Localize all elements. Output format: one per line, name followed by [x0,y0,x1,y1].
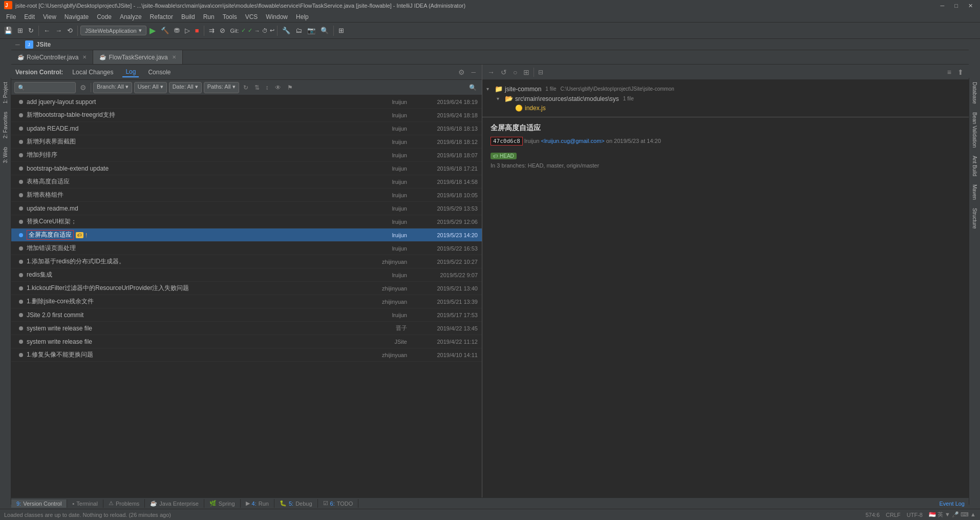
toolbar-vcs-btn[interactable]: 🗂 [293,26,304,35]
paths-filter[interactable]: Paths: All ▾ [204,82,239,93]
toolbar-stop-btn[interactable]: ■ [193,26,201,35]
sidebar-item-project[interactable]: 1: Project [2,78,9,108]
commit-row[interactable]: 新增bootstrap-table-treegrid支持lruijun2019/… [11,109,482,122]
bottom-tab-debug[interactable]: 🐛 5: Debug [274,499,318,508]
tab-close-rolecontroller[interactable]: ✕ [82,54,87,60]
run-btn[interactable]: ▶ [147,25,158,36]
sidebar-item-maven[interactable]: Maven [971,180,978,204]
tab-rolecontroller[interactable]: ☕ RoleController.java ✕ [11,50,93,64]
menu-build[interactable]: Build [177,12,199,22]
branch-filter[interactable]: Branch: All ▾ [93,82,132,93]
tab-flowtaskservice[interactable]: ☕ FlowTaskService.java ✕ [93,50,182,64]
commit-row[interactable]: 1.添加基于redis的分布式ID生成器。zhijinyuan2019/5/22… [11,255,482,268]
bottom-tab-terminal[interactable]: ▪ Terminal [67,500,103,508]
menu-help[interactable]: Help [292,12,313,22]
commit-row[interactable]: update readme.mdlruijun2019/5/29 13:53 [11,202,482,215]
toolbar-back-btn[interactable]: ← [41,26,52,35]
commit-row[interactable]: redis集成lruijun2019/5/22 9:07 [11,268,482,282]
tree-item-indexjs[interactable]: 🟡 index.js [482,103,969,113]
sidebar-item-favorites[interactable]: 2: Favorites [2,108,9,142]
vc-settings-btn[interactable]: ⚙ [456,67,467,77]
bottom-tab-version-control[interactable]: 9: Version Control [11,500,67,508]
menu-navigate[interactable]: Navigate [60,12,93,22]
commit-row[interactable]: 替换CoreUI框架；lruijun2019/5/29 12:06 [11,215,482,228]
eye-btn[interactable]: 👁 [273,83,283,92]
event-log-link[interactable]: Event Log [939,501,965,507]
search-commits-btn[interactable]: 🔍 [467,83,479,92]
fetch-btn[interactable]: ⇅ [252,83,262,92]
menu-analyze[interactable]: Analyze [116,12,146,22]
vc-tab-console[interactable]: Console [145,68,174,77]
toolbar-search-btn[interactable]: 📷 [305,26,317,35]
menu-view[interactable]: View [39,12,60,22]
maximize-button[interactable]: □ [951,3,961,9]
commit-row[interactable]: 新增列表界面截图lruijun2019/6/18 18:12 [11,135,482,149]
collapse-icon[interactable]: ─ [15,41,20,48]
vc-tab-log[interactable]: Log [122,67,139,77]
layout-btn[interactable]: ⊟ [536,68,545,77]
sidebar-item-ant-build[interactable]: Ant Build [971,152,978,180]
toolbar-profile-btn[interactable]: ▷ [183,26,192,35]
commit-row[interactable]: 1.kickoutFilter过滤器中的ResourceUrlProvider注… [11,282,482,295]
sidebar-item-bean-validation[interactable]: Bean Validation [971,108,978,152]
sort-up-btn[interactable]: ⬆ [955,67,966,77]
menu-code[interactable]: Code [93,12,116,22]
filter-settings-btn[interactable]: ⚙ [78,82,89,93]
toolbar-save-all-btn[interactable]: ⊞ [15,26,25,35]
toolbar-sync-btn[interactable]: ↻ [26,26,36,35]
bottom-tab-problems[interactable]: ⚠ Problems [103,499,145,508]
bottom-tab-java-enterprise[interactable]: ☕ Java Enterprise [145,499,204,508]
commit-row[interactable]: 表格高度自适应lruijun2019/6/18 14:58 [11,175,482,189]
bottom-tab-todo[interactable]: ☑ 6: TODO [318,499,359,508]
commit-row[interactable]: system write release fileJSite2019/4/22 … [11,335,482,348]
commit-row[interactable]: system write release file晋子2019/4/22 13:… [11,322,482,335]
commit-row[interactable]: 新增表格组件lruijun2019/6/18 10:05 [11,189,482,202]
sort-btn[interactable]: ↕ [264,83,271,92]
toolbar-terminal-btn[interactable]: ⊞ [336,26,346,35]
minimize-button[interactable]: ─ [938,3,948,9]
toolbar-update-btn[interactable]: ⇉ [207,26,217,35]
commit-list[interactable]: add jquery-layout supportlruijun2019/6/2… [11,95,482,509]
toolbar-settings-btn[interactable]: 🔧 [280,26,292,35]
refresh-btn[interactable]: ↻ [241,83,250,92]
sidebar-item-web[interactable]: 3: Web [2,143,9,168]
sidebar-item-structure[interactable]: Structure [971,204,978,233]
commit-row[interactable]: bootstrap-table-extend updatelruijun2019… [11,162,482,175]
bottom-tab-run[interactable]: ▶ 4: Run [241,499,274,508]
refresh2-btn[interactable]: ○ [511,67,519,77]
commit-row[interactable]: 1.修复头像不能更换问题zhijinyuan2019/4/10 14:11 [11,348,482,362]
expand-btn[interactable]: → [485,67,497,77]
toolbar-save-btn[interactable]: 💾 [2,26,14,35]
sidebar-item-database[interactable]: Database [971,78,978,108]
toolbar-commit-btn[interactable]: ⊘ [218,26,227,35]
date-filter[interactable]: Date: All ▾ [169,82,202,93]
menu-tools[interactable]: Tools [219,12,241,22]
commit-row[interactable]: 增加列排序lruijun2019/6/18 18:07 [11,149,482,162]
grid-btn[interactable]: ⊞ [521,67,531,77]
commit-hash[interactable]: 47c0d6c8 [491,137,523,145]
commit-row[interactable]: 全屏高度自适应🏷!lruijun2019/5/23 14:20 [11,228,482,242]
close-button[interactable]: ✕ [965,3,976,9]
undo-btn[interactable]: ↺ [499,67,509,77]
toolbar-coverage-btn[interactable]: ⛃ [172,26,182,35]
toolbar-find-btn[interactable]: 🔍 [318,26,331,35]
vc-close-btn[interactable]: ─ [469,67,478,77]
vc-tab-local-changes[interactable]: Local Changes [69,68,116,77]
commit-search-input[interactable] [14,82,76,93]
commit-row[interactable]: 1.删除jsite-core残余文件zhijinyuan2019/5/21 13… [11,295,482,308]
menu-file[interactable]: File [2,12,20,22]
menu-window[interactable]: Window [262,12,292,22]
user-filter[interactable]: User: All ▾ [134,82,167,93]
menu-run[interactable]: Run [199,12,219,22]
window-controls[interactable]: ─ □ ✕ [938,3,976,9]
menu-edit[interactable]: Edit [20,12,39,22]
menu-vcs[interactable]: VCS [241,12,262,22]
commit-row[interactable]: update READE.mdlruijun2019/6/18 18:13 [11,122,482,135]
menu-refactor[interactable]: Refactor [146,12,177,22]
toolbar-build-btn[interactable]: 🔨 [159,26,171,35]
bookmark-btn[interactable]: ⚑ [285,83,295,92]
tab-close-flowtaskservice[interactable]: ✕ [172,54,176,60]
commit-row[interactable]: JSite 2.0 first commitlruijun2019/5/17 1… [11,308,482,322]
commit-row[interactable]: 增加错误页面处理lruijun2019/5/22 16:53 [11,242,482,255]
tree-item-folder1[interactable]: ▾ 📂 src\main\resources\static\modules\sy… [482,94,969,103]
